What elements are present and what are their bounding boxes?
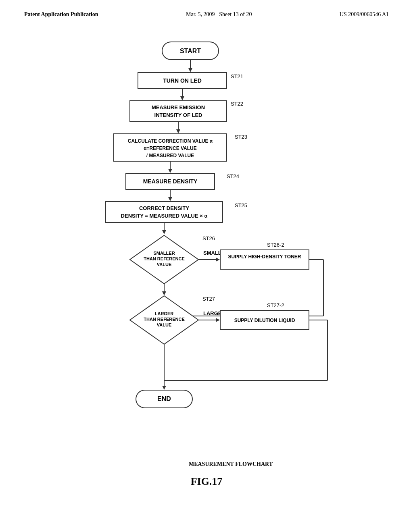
svg-text:ST21: ST21 <box>231 73 243 79</box>
svg-text:ST22: ST22 <box>231 101 243 107</box>
svg-text:α=REFERENCE VALUE: α=REFERENCE VALUE <box>144 145 197 151</box>
svg-text:/ MEASURED VALUE: / MEASURED VALUE <box>146 153 194 158</box>
date-label: Mar. 5, 2009 Sheet 13 of 20 <box>186 11 252 18</box>
svg-text:THAN REFERENCE: THAN REFERENCE <box>144 317 184 322</box>
svg-text:DENSITY = MEASURED VALUE × α: DENSITY = MEASURED VALUE × α <box>121 213 208 219</box>
svg-marker-39 <box>216 258 220 262</box>
svg-marker-14 <box>176 129 180 133</box>
svg-text:MEASURE DENSITY: MEASURE DENSITY <box>143 178 198 185</box>
flowchart-svg: START ST21 TURN ON LED ST22 MEASURE EMIS… <box>65 34 348 457</box>
svg-text:ST25: ST25 <box>235 202 247 208</box>
svg-text:ST24: ST24 <box>227 173 239 179</box>
svg-text:VALUE: VALUE <box>157 262 171 267</box>
svg-text:ST27: ST27 <box>202 296 215 302</box>
svg-text:LARGER: LARGER <box>155 311 174 316</box>
svg-text:LARGE: LARGE <box>203 310 222 316</box>
figure-label: FIG.17 <box>191 476 223 488</box>
svg-text:VALUE: VALUE <box>157 322 171 327</box>
publication-label: Patent Application Publication <box>24 11 98 18</box>
svg-text:ST23: ST23 <box>235 134 247 140</box>
svg-rect-42 <box>220 250 309 269</box>
svg-text:INTENSITY OF LED: INTENSITY OF LED <box>154 112 202 118</box>
patent-number: US 2009/0060546 A1 <box>340 11 389 18</box>
svg-text:START: START <box>180 48 201 54</box>
svg-marker-3 <box>188 68 192 72</box>
svg-text:ST26: ST26 <box>202 235 215 241</box>
svg-marker-56 <box>216 318 220 322</box>
svg-marker-49 <box>162 291 166 295</box>
svg-rect-28 <box>106 202 223 222</box>
svg-text:THAN REFERENCE: THAN REFERENCE <box>144 256 184 261</box>
page-header: Patent Application Publication Mar. 5, 2… <box>0 0 413 18</box>
svg-marker-26 <box>168 197 172 201</box>
svg-marker-66 <box>162 386 166 390</box>
svg-text:SUPPLY HIGH-DENSITY TONER: SUPPLY HIGH-DENSITY TONER <box>228 254 301 260</box>
svg-text:TURN ON LED: TURN ON LED <box>163 77 202 84</box>
svg-text:SUPPLY DILUTION LIQUID: SUPPLY DILUTION LIQUID <box>234 318 295 323</box>
svg-text:SMALLER: SMALLER <box>153 251 175 256</box>
svg-text:END: END <box>157 395 171 402</box>
svg-text:ST26-2: ST26-2 <box>267 242 284 248</box>
svg-marker-21 <box>168 169 172 173</box>
svg-text:ST27-2: ST27-2 <box>267 302 284 308</box>
svg-marker-32 <box>162 230 166 234</box>
svg-marker-8 <box>180 96 184 100</box>
svg-text:SMALL: SMALL <box>203 250 221 256</box>
svg-text:CALCULATE CORRECTION VALUE α: CALCULATE CORRECTION VALUE α <box>128 138 213 144</box>
flowchart-caption: MEASUREMENT FLOWCHART <box>189 461 273 468</box>
svg-text:MEASURE EMISSION: MEASURE EMISSION <box>152 104 205 110</box>
svg-rect-10 <box>130 101 227 122</box>
diagram-area: START ST21 TURN ON LED ST22 MEASURE EMIS… <box>0 18 413 488</box>
svg-text:CORRECT DENSITY: CORRECT DENSITY <box>139 205 190 211</box>
